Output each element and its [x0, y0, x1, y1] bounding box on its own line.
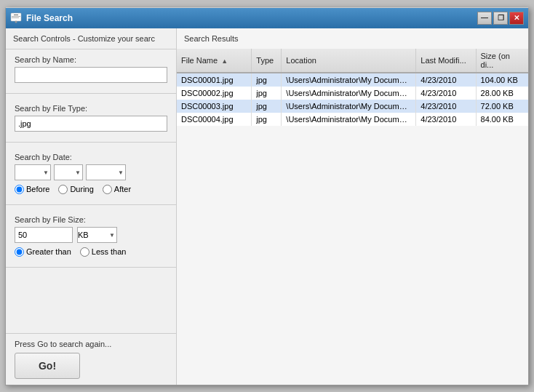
name-input[interactable]: [15, 67, 167, 83]
th-filename[interactable]: File Name ▲: [177, 49, 252, 73]
svg-rect-0: [11, 13, 21, 21]
during-label: During: [70, 185, 93, 193]
minimize-button[interactable]: —: [477, 12, 492, 25]
cell-location: \Users\Administrator\My Documents\...: [282, 113, 416, 126]
unit-select[interactable]: KB MB GB: [77, 227, 117, 243]
before-radio-label[interactable]: Before: [15, 185, 49, 194]
size-label: Search by File Size:: [15, 215, 167, 224]
results-container[interactable]: File Name ▲ Type Location Last Modifi...…: [177, 49, 528, 385]
size-row: KB MB GB: [15, 227, 167, 243]
after-label: After: [114, 185, 131, 193]
divider-1: [6, 93, 176, 94]
table-header-row: File Name ▲ Type Location Last Modifi...…: [177, 49, 528, 73]
name-label: Search by Name:: [15, 55, 167, 64]
cell-location: \Users\Administrator\My Documents\...: [282, 73, 416, 87]
month-select-wrap: 123 456 789 101112: [15, 164, 51, 180]
go-button[interactable]: Go!: [15, 353, 80, 379]
title-bar: File Search — ❐ ✕: [6, 8, 528, 28]
press-go-text: Press Go to search again...: [15, 340, 167, 348]
cell-filename: DSC00001.jpg: [177, 73, 252, 87]
date-radio-row: Before During After: [15, 185, 167, 194]
go-section: Press Go to search again... Go!: [6, 333, 176, 385]
date-row: 123 456 789 101112 123 153031: [15, 164, 167, 180]
results-table: File Name ▲ Type Location Last Modifi...…: [177, 49, 528, 126]
size-radio-row: Greater than Less than: [15, 247, 167, 257]
cell-filename: DSC00004.jpg: [177, 113, 252, 126]
greater-radio[interactable]: [15, 247, 24, 257]
search-sections: Search by Name: Search by File Type: Sea…: [6, 49, 176, 333]
during-radio[interactable]: [58, 185, 68, 194]
cell-location: \Users\Administrator\My Documents\...: [282, 87, 416, 100]
svg-rect-3: [12, 16, 20, 17]
during-radio-label[interactable]: During: [58, 185, 93, 194]
title-buttons: — ❐ ✕: [477, 12, 524, 25]
cell-type: jpg: [252, 113, 282, 126]
close-button[interactable]: ✕: [509, 12, 524, 25]
cell-filename: DSC00002.jpg: [177, 87, 252, 100]
greater-radio-label[interactable]: Greater than: [15, 247, 71, 257]
cell-filename: DSC00003.jpg: [177, 100, 252, 113]
size-input[interactable]: [15, 227, 73, 243]
year-select[interactable]: 20082009 20102011: [86, 164, 126, 180]
divider-4: [6, 267, 176, 268]
day-select-wrap: 123 153031: [54, 164, 83, 180]
divider-2: [6, 142, 176, 143]
th-type[interactable]: Type: [252, 49, 282, 73]
svg-rect-2: [14, 15, 18, 15]
type-input[interactable]: [15, 116, 167, 132]
cell-size: 104.00 KB: [476, 73, 528, 87]
th-location[interactable]: Location: [282, 49, 416, 73]
table-row[interactable]: DSC00003.jpgjpg\Users\Administrator\My D…: [177, 100, 528, 113]
less-radio-label[interactable]: Less than: [80, 247, 127, 257]
left-panel: Search Controls - Customize your searc S…: [6, 28, 177, 385]
table-body: DSC00001.jpgjpg\Users\Administrator\My D…: [177, 73, 528, 126]
th-modified[interactable]: Last Modifi...: [416, 49, 476, 73]
cell-location: \Users\Administrator\My Documents\...: [282, 100, 416, 113]
results-header: Search Results: [177, 28, 528, 49]
cell-size: 72.00 KB: [476, 100, 528, 113]
date-label: Search by Date:: [15, 153, 167, 161]
table-row[interactable]: DSC00004.jpgjpg\Users\Administrator\My D…: [177, 113, 528, 126]
sort-arrow: ▲: [221, 57, 228, 65]
divider-3: [6, 204, 176, 205]
cell-modified: 4/23/2010: [416, 113, 476, 126]
month-select[interactable]: 123 456 789 101112: [15, 164, 51, 180]
main-window: File Search — ❐ ✕ Search Controls - Cust…: [5, 7, 529, 385]
size-section: Search by File Size: KB MB GB: [6, 209, 176, 263]
year-select-wrap: 20082009 20102011: [86, 164, 126, 180]
less-radio[interactable]: [80, 247, 89, 257]
right-panel: Search Results File Name ▲ Type Location…: [177, 28, 528, 385]
svg-point-1: [15, 20, 17, 23]
cell-modified: 4/23/2010: [416, 100, 476, 113]
day-select[interactable]: 123 153031: [54, 164, 83, 180]
less-label: Less than: [92, 247, 127, 256]
type-section: Search by File Type:: [6, 98, 176, 137]
cell-type: jpg: [252, 100, 282, 113]
search-controls-header: Search Controls - Customize your searc: [6, 28, 176, 49]
cell-type: jpg: [252, 73, 282, 87]
cell-type: jpg: [252, 87, 282, 100]
after-radio-label[interactable]: After: [103, 185, 131, 194]
greater-label: Greater than: [26, 247, 71, 256]
cell-size: 28.00 KB: [476, 87, 528, 100]
date-section: Search by Date: 123 456 789 101112: [6, 147, 176, 200]
unit-select-wrap: KB MB GB: [77, 227, 117, 243]
before-radio[interactable]: [15, 185, 24, 194]
table-head: File Name ▲ Type Location Last Modifi...…: [177, 49, 528, 73]
window-content: Search Controls - Customize your searc S…: [6, 28, 528, 385]
cell-modified: 4/23/2010: [416, 87, 476, 100]
window-icon: [10, 12, 22, 24]
type-label: Search by File Type:: [15, 104, 167, 113]
window-title: File Search: [26, 13, 73, 23]
table-row[interactable]: DSC00002.jpgjpg\Users\Administrator\My D…: [177, 87, 528, 100]
svg-rect-4: [12, 17, 19, 18]
name-section: Search by Name:: [6, 49, 176, 89]
before-label: Before: [26, 185, 49, 193]
th-size[interactable]: Size (on di...: [476, 49, 528, 73]
title-bar-left: File Search: [10, 12, 73, 24]
cell-size: 84.00 KB: [476, 113, 528, 126]
after-radio[interactable]: [103, 185, 112, 194]
cell-modified: 4/23/2010: [416, 73, 476, 87]
table-row[interactable]: DSC00001.jpgjpg\Users\Administrator\My D…: [177, 73, 528, 87]
restore-button[interactable]: ❐: [493, 12, 508, 25]
